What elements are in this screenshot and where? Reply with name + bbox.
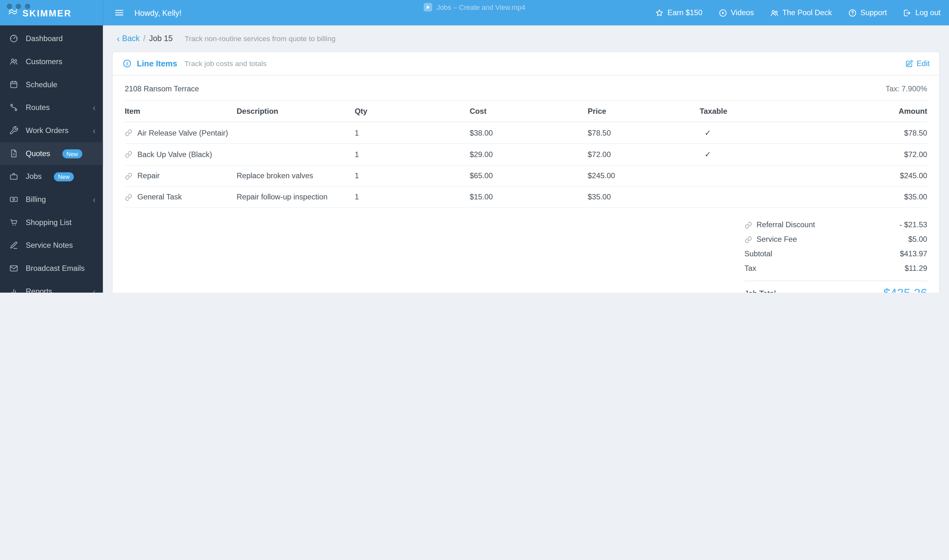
link-icon bbox=[125, 129, 133, 137]
chevron-left-icon: ‹ bbox=[93, 195, 96, 204]
reports-icon bbox=[9, 287, 19, 292]
line-items-title: Line Items bbox=[137, 59, 177, 68]
new-badge: New bbox=[62, 149, 82, 158]
line-item-row: General TaskRepair follow-up inspection1… bbox=[125, 187, 927, 208]
line-item-price: $72.00 bbox=[588, 150, 700, 158]
job-total-value: $425.26 bbox=[884, 287, 927, 292]
play-circle-icon bbox=[718, 8, 727, 17]
schedule-icon bbox=[9, 80, 19, 89]
topbar-link-label: Earn $150 bbox=[667, 9, 702, 17]
line-item-name-cell: General Task bbox=[125, 193, 237, 201]
hamburger-menu-icon[interactable] bbox=[114, 7, 125, 18]
service-fee-label: Service Fee bbox=[757, 235, 797, 244]
line-item-cost: $38.00 bbox=[470, 129, 588, 137]
chevron-left-icon: ‹ bbox=[93, 103, 96, 112]
sidebar-item-broadcast-emails[interactable]: Broadcast Emails bbox=[0, 257, 103, 280]
sidebar-item-label: Dashboard bbox=[26, 34, 63, 43]
line-item-taxable-check: ✓ bbox=[700, 150, 800, 159]
users-icon bbox=[9, 57, 19, 66]
sidebar-item-label: Reports bbox=[26, 287, 52, 292]
app-window: Howdy, Kelly! Earn $150VideosThe Pool De… bbox=[0, 0, 949, 292]
service-address: 2108 Ransom Terrace bbox=[125, 85, 199, 93]
sidebar-item-label: Routes bbox=[26, 103, 50, 112]
sidebar-nav: DashboardCustomersScheduleRoutes‹Work Or… bbox=[0, 25, 103, 292]
totals-block: Referral Discount - $21.53 Service Fee $… bbox=[744, 218, 927, 292]
referral-discount-label: Referral Discount bbox=[757, 221, 815, 229]
line-item-name-cell: Air Release Valve (Pentair) bbox=[125, 129, 237, 137]
col-price: Price bbox=[588, 107, 700, 116]
chevron-left-icon: ‹ bbox=[93, 126, 96, 135]
referral-discount-row: Referral Discount - $21.53 bbox=[744, 218, 927, 232]
referral-discount-value: - $21.53 bbox=[899, 221, 927, 229]
back-link[interactable]: ‹ Back bbox=[117, 34, 139, 43]
topbar-link-support[interactable]: Support bbox=[848, 8, 887, 17]
topbar-link-earn-150[interactable]: Earn $150 bbox=[655, 8, 702, 17]
sidebar-item-jobs[interactable]: JobsNew bbox=[0, 165, 103, 188]
topbar-link-label: Videos bbox=[731, 9, 754, 17]
edit-icon bbox=[905, 59, 914, 68]
skimmer-wave-icon bbox=[8, 8, 19, 18]
topbar-link-videos[interactable]: Videos bbox=[718, 8, 754, 17]
topbar-link-label: Support bbox=[860, 9, 887, 17]
col-taxable: Taxable bbox=[700, 107, 800, 116]
line-item-name: Repair bbox=[137, 172, 159, 180]
tax-rate: Tax: 7.900% bbox=[886, 85, 927, 93]
svg-text:$: $ bbox=[126, 61, 128, 66]
line-items-subtitle: Track job costs and totals bbox=[184, 59, 266, 68]
topbar-link-the-pool-deck[interactable]: The Pool Deck bbox=[770, 8, 832, 17]
link-icon bbox=[125, 151, 133, 158]
sidebar-item-work-orders[interactable]: Work Orders‹ bbox=[0, 119, 103, 142]
sidebar-item-shopping-list[interactable]: Shopping List bbox=[0, 211, 103, 234]
sidebar-item-label: Work Orders bbox=[26, 126, 68, 135]
sidebar-item-service-notes[interactable]: Service Notes bbox=[0, 234, 103, 257]
logout-icon bbox=[903, 8, 912, 17]
chevron-left-icon: ‹ bbox=[93, 287, 96, 292]
edit-line-items-button[interactable]: Edit bbox=[905, 59, 930, 68]
sidebar-item-label: Broadcast Emails bbox=[26, 264, 85, 273]
col-item: Item bbox=[125, 107, 237, 116]
sidebar-item-quotes[interactable]: $QuotesNew bbox=[0, 142, 103, 165]
users-icon bbox=[770, 8, 779, 17]
sidebar-item-label: Service Notes bbox=[26, 241, 73, 250]
line-item-row: Back Up Valve (Black)1$29.00$72.00✓$72.0… bbox=[125, 144, 927, 166]
emails-icon bbox=[9, 264, 19, 273]
chevron-left-icon: ‹ bbox=[117, 34, 120, 43]
edit-label: Edit bbox=[917, 59, 930, 68]
sidebar-item-label: Shopping List bbox=[26, 218, 71, 227]
breadcrumb: ‹ Back / Job 15 Track non-routine servic… bbox=[112, 25, 940, 44]
line-item-price: $245.00 bbox=[588, 172, 700, 180]
topbar: Howdy, Kelly! Earn $150VideosThe Pool De… bbox=[0, 0, 949, 25]
link-icon bbox=[125, 193, 133, 201]
col-amount: Amount bbox=[799, 107, 927, 116]
billing-icon bbox=[9, 195, 19, 205]
col-cost: Cost bbox=[470, 107, 588, 116]
topbar-link-label: Log out bbox=[915, 9, 940, 17]
dashboard-icon bbox=[9, 34, 19, 44]
topbar-link-log-out[interactable]: Log out bbox=[903, 8, 940, 17]
breadcrumb-separator: / bbox=[143, 34, 145, 43]
job-total-row: Job Total $425.26 bbox=[744, 284, 927, 292]
sidebar-item-routes[interactable]: Routes‹ bbox=[0, 96, 103, 119]
question-circle-icon bbox=[848, 8, 857, 17]
window-controls bbox=[7, 3, 30, 9]
sidebar-item-dashboard[interactable]: Dashboard bbox=[0, 27, 103, 50]
link-icon bbox=[744, 235, 752, 243]
sidebar-item-billing[interactable]: Billing‹ bbox=[0, 188, 103, 211]
line-items-table: Item Description Qty Cost Price Taxable … bbox=[113, 95, 940, 292]
sidebar-item-label: Customers bbox=[26, 57, 62, 66]
star-icon bbox=[655, 8, 664, 17]
sidebar-item-schedule[interactable]: Schedule bbox=[0, 73, 103, 96]
subtotal-value: $413.97 bbox=[900, 250, 927, 258]
tax-row: Tax $11.29 bbox=[744, 262, 927, 276]
line-items-table-header: Item Description Qty Cost Price Taxable … bbox=[125, 100, 927, 122]
col-description: Description bbox=[237, 107, 355, 116]
service-fee-row: Service Fee $5.00 bbox=[744, 232, 927, 247]
sidebar-item-customers[interactable]: Customers bbox=[0, 50, 103, 73]
line-item-amount: $245.00 bbox=[799, 172, 927, 180]
service-fee-value: $5.00 bbox=[908, 235, 927, 244]
line-item-taxable-check: ✓ bbox=[700, 128, 800, 137]
line-item-cost: $15.00 bbox=[470, 193, 588, 201]
line-item-row: RepairReplace broken valves1$65.00$245.0… bbox=[125, 166, 927, 187]
sidebar-item-reports[interactable]: Reports‹ bbox=[0, 280, 103, 292]
page-title: Job 15 bbox=[149, 34, 173, 43]
